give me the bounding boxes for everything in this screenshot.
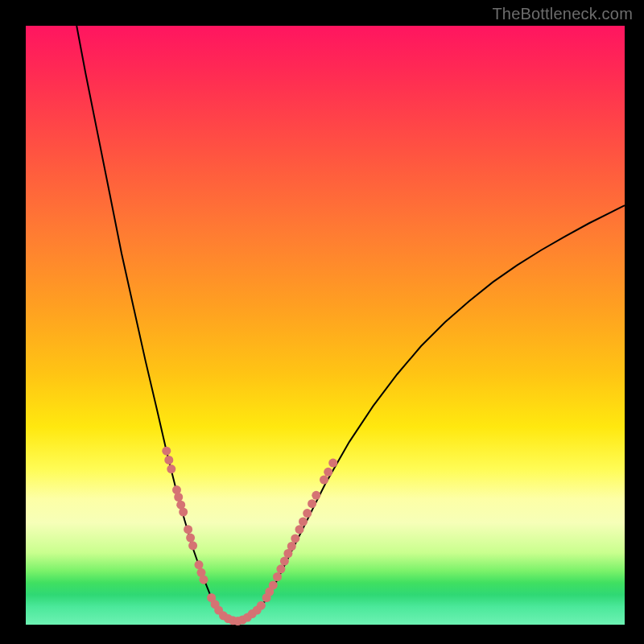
data-dot	[186, 534, 195, 543]
data-dot	[167, 464, 175, 473]
data-dot	[257, 601, 266, 610]
data-dot	[195, 560, 204, 569]
data-dot	[276, 564, 285, 573]
data-dot	[324, 468, 332, 477]
data-dot	[308, 499, 316, 508]
data-dot	[179, 508, 188, 517]
data-dot	[303, 509, 312, 518]
data-dot	[200, 576, 208, 584]
data-dot	[269, 580, 278, 589]
data-dot	[299, 518, 308, 526]
bottleneck-curve-svg	[26, 26, 625, 625]
data-dot	[174, 493, 183, 502]
chart-frame: TheBottleneck.com	[0, 0, 644, 644]
plot-area	[26, 26, 625, 625]
data-dot	[184, 525, 192, 534]
data-dot	[295, 525, 304, 534]
data-dots-group	[162, 447, 337, 625]
data-dot	[312, 491, 320, 500]
data-dot	[162, 447, 171, 456]
data-dot	[328, 459, 337, 468]
data-dot	[273, 572, 282, 581]
bottleneck-curve	[76, 26, 625, 621]
data-dot	[164, 456, 173, 464]
watermark-text: TheBottleneck.com	[492, 5, 633, 23]
data-dot	[320, 476, 328, 485]
data-dot	[291, 534, 299, 543]
data-dot	[188, 541, 197, 550]
data-dot	[287, 542, 296, 551]
data-dot	[280, 557, 289, 566]
